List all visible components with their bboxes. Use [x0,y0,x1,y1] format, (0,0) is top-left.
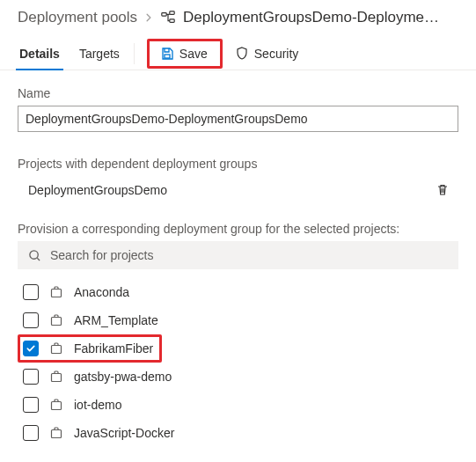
separator [134,43,135,64]
shield-icon [235,47,249,61]
svg-rect-10 [52,430,62,438]
svg-rect-5 [52,290,62,297]
svg-rect-7 [52,346,62,354]
dependent-project-name: DeploymentGroupsDemo [28,183,167,197]
project-name: JavaScript-Docker [74,426,174,440]
tab-targets[interactable]: Targets [77,37,121,70]
checkbox[interactable] [23,425,39,441]
name-input[interactable] [18,106,458,132]
project-icon [49,398,63,412]
checkbox[interactable] [23,284,39,300]
breadcrumb-root[interactable]: Deployment pools [18,9,137,26]
svg-rect-0 [162,13,166,17]
project-row[interactable]: ARM_Template [18,306,458,334]
highlight-save: Save [147,39,223,69]
checkbox[interactable] [23,341,39,356]
search-icon [28,249,41,262]
security-label: Security [254,47,299,61]
project-name: iot-demo [74,398,121,412]
project-icon [49,426,63,440]
checkbox[interactable] [23,312,39,328]
project-row[interactable]: JavaScript-Docker [18,419,458,447]
deployment-group-icon [160,10,176,26]
search-box[interactable] [18,241,458,269]
provision-label: Provision a corresponding deployment gro… [18,222,458,236]
checkbox[interactable] [23,369,39,385]
project-row[interactable]: iot-demo [18,391,458,419]
project-icon [49,313,63,327]
save-label: Save [179,47,208,61]
svg-rect-8 [52,374,62,382]
content: Name Projects with dependent deployment … [0,70,476,447]
tab-details[interactable]: Details [18,37,62,70]
svg-rect-3 [165,55,170,58]
breadcrumb-current: DeploymentGroupsDemo-Deployment... [183,9,447,26]
dependent-row: DeploymentGroupsDemo [18,178,458,202]
project-icon [49,285,63,299]
project-row[interactable]: FabrikamFiber [18,334,162,363]
delete-icon[interactable] [436,183,450,197]
search-input[interactable] [50,248,448,262]
project-name: gatsby-pwa-demo [74,370,172,384]
project-row[interactable]: Anaconda [18,278,458,306]
project-row[interactable]: gatsby-pwa-demo [18,363,458,391]
save-button[interactable]: Save [153,43,215,64]
svg-rect-6 [52,318,62,326]
project-icon [49,341,63,356]
checkbox[interactable] [23,397,39,413]
breadcrumb: Deployment pools DeploymentGroupsDemo-De… [0,0,476,32]
save-icon [160,47,174,61]
dependent-label: Projects with dependent deployment group… [18,157,458,171]
chevron-right-icon [144,13,153,22]
project-icon [49,370,63,384]
project-name: ARM_Template [74,313,158,327]
name-label: Name [18,86,458,100]
svg-rect-9 [52,402,62,410]
project-list: AnacondaARM_TemplateFabrikamFibergatsby-… [18,278,458,447]
svg-rect-1 [170,11,174,15]
svg-point-4 [30,250,38,258]
project-name: FabrikamFiber [74,341,153,356]
security-button[interactable]: Security [228,43,306,64]
project-name: Anaconda [74,285,129,299]
toolbar: Details Targets Save Security [0,32,476,70]
tabs: Details Targets [18,37,121,70]
svg-rect-2 [170,19,174,23]
